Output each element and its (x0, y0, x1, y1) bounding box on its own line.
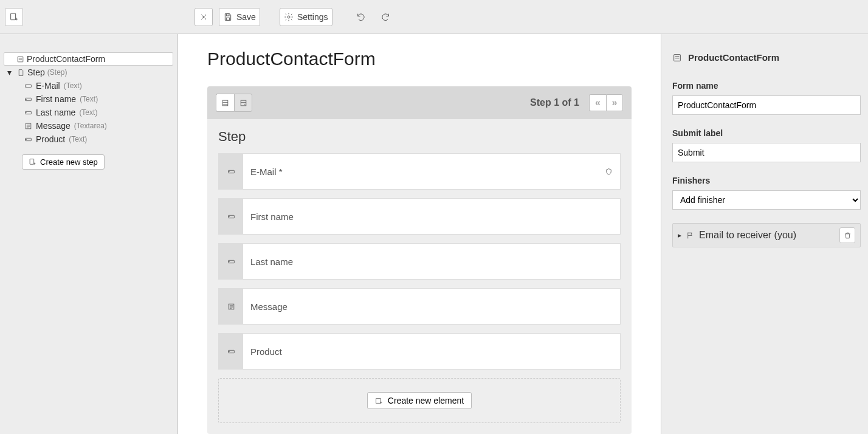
tree-step-type: (Step) (47, 68, 67, 77)
tree-root[interactable]: ProductContactForm (4, 52, 173, 66)
field-icon (24, 95, 32, 103)
svg-rect-19 (674, 54, 681, 61)
close-button[interactable] (195, 8, 213, 26)
view-toggles (216, 94, 252, 112)
field-icon (24, 136, 32, 143)
tree-step[interactable]: ▾ Step (Step) (4, 66, 173, 79)
field-type-icon (227, 213, 235, 221)
field-row[interactable]: E-Mail * (218, 153, 621, 190)
create-element-label: Create new element (388, 396, 464, 405)
settings-label: Settings (297, 12, 328, 22)
step-counter: Step 1 of 1 (530, 97, 579, 108)
close-icon (199, 12, 208, 22)
view-list-button[interactable] (216, 94, 234, 112)
field-label-text: First name (250, 212, 294, 222)
svg-rect-2 (226, 18, 229, 20)
svg-rect-18 (376, 398, 381, 403)
field-icon (24, 122, 32, 130)
finisher-left: ▸ Email to receiver (you) (678, 230, 796, 241)
step-body: Step E-Mail *First nameLast nameMessageP… (207, 119, 632, 434)
tree-item-type: (Text) (79, 108, 97, 117)
field-handle[interactable] (219, 334, 243, 369)
field-label: Message (243, 289, 620, 324)
settings-button[interactable]: Settings (280, 8, 332, 26)
field-type-icon (227, 303, 235, 311)
svg-rect-1 (226, 13, 229, 15)
field-label-text: Product (250, 346, 282, 357)
field-type-icon (227, 258, 235, 266)
editor: ProductContactForm Step 1 of 1 « » (177, 34, 661, 434)
prev-step-button[interactable]: « (589, 94, 606, 111)
step-nav: Step 1 of 1 « » (530, 94, 623, 111)
delete-finisher-button[interactable] (839, 227, 855, 243)
field-label-text: Message (250, 301, 288, 312)
redo-icon (381, 12, 390, 22)
svg-point-3 (288, 16, 290, 18)
submit-label-input[interactable] (672, 143, 861, 162)
save-button[interactable]: Save (219, 8, 260, 26)
finishers-select[interactable]: Add finisher (672, 190, 861, 210)
tree-item[interactable]: First name (Text) (18, 92, 173, 106)
field-label-text: Last name (250, 257, 293, 267)
create-element-area: Create new element (218, 378, 621, 423)
chevron-right-icon: » (612, 97, 618, 108)
form-name-input[interactable] (672, 95, 861, 115)
finisher-item-label: Email to receiver (you) (699, 230, 796, 241)
toolbar-left (5, 8, 182, 26)
field-row[interactable]: Product (218, 333, 621, 370)
caret-down-icon[interactable]: ▾ (7, 67, 15, 77)
tree-item-type: (Textarea) (74, 122, 107, 130)
list-icon (221, 99, 229, 107)
gear-icon (284, 12, 294, 22)
field-handle[interactable] (219, 154, 243, 189)
redo-button[interactable] (376, 8, 394, 26)
tree-item-label: Last name (36, 108, 75, 117)
field-row[interactable]: Last name (218, 243, 621, 280)
inspector: ProductContactForm Form name Submit labe… (661, 34, 868, 434)
trash-icon (844, 232, 852, 239)
field-type-icon (227, 168, 235, 176)
page-title: ProductContactForm (207, 49, 632, 69)
save-label: Save (236, 12, 256, 22)
step-title: Step (218, 129, 621, 145)
finisher-item[interactable]: ▸ Email to receiver (you) (672, 223, 861, 247)
tree-item[interactable]: E-Mail (Text) (18, 79, 173, 92)
new-form-button[interactable] (5, 8, 23, 26)
field-label: Last name (243, 244, 620, 279)
fields-container: E-Mail *First nameLast nameMessageProduc… (218, 153, 621, 370)
field-handle[interactable] (219, 199, 243, 234)
tree-item[interactable]: Product (Text) (18, 133, 173, 146)
tree-item-label: First name (36, 94, 76, 104)
chevron-right-icon[interactable]: ▸ (678, 231, 681, 239)
field-label: E-Mail * (243, 154, 620, 189)
tree-item-label: Product (36, 134, 65, 144)
edit-list-icon (239, 99, 247, 107)
svg-rect-4 (18, 57, 23, 62)
toolbar: Save Settings (0, 0, 868, 34)
create-step-button[interactable]: Create new step (22, 154, 105, 170)
add-page-icon (29, 158, 36, 166)
field-handle[interactable] (219, 244, 243, 279)
next-step-button[interactable]: » (606, 94, 623, 111)
view-edit-button[interactable] (234, 94, 252, 112)
submit-label-label: Submit label (672, 128, 861, 138)
form-icon (672, 53, 682, 63)
field-row[interactable]: Message (218, 288, 621, 325)
tree: ProductContactForm ▾ Step (Step) E-Mail … (4, 52, 173, 170)
inspector-header: ProductContactForm (672, 52, 861, 63)
page-icon (17, 69, 25, 77)
svg-rect-0 (11, 13, 16, 20)
save-icon (223, 12, 233, 22)
flag-icon (686, 232, 694, 239)
undo-button[interactable] (352, 8, 370, 26)
tree-item[interactable]: Message (Textarea) (18, 119, 173, 133)
form-name-label: Form name (672, 81, 861, 91)
svg-rect-10 (30, 159, 34, 165)
field-row[interactable]: First name (218, 198, 621, 235)
svg-rect-11 (222, 100, 228, 106)
field-type-icon (227, 348, 235, 356)
layout: ProductContactForm ▾ Step (Step) E-Mail … (0, 34, 868, 434)
field-handle[interactable] (219, 289, 243, 324)
create-element-button[interactable]: Create new element (367, 392, 472, 409)
tree-item[interactable]: Last name (Text) (18, 106, 173, 119)
